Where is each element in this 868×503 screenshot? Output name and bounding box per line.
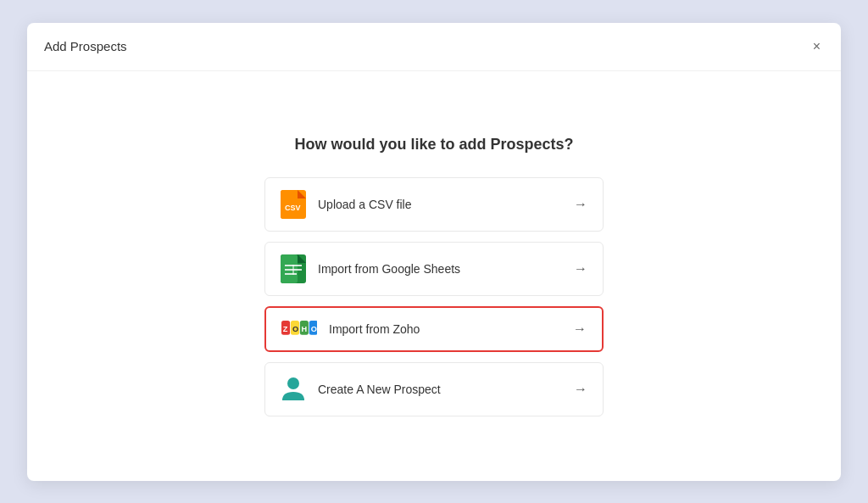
modal-title: Add Prospects bbox=[44, 39, 127, 53]
add-prospects-modal: Add Prospects × How would you like to ad… bbox=[27, 23, 841, 481]
zoho-icon: Z O H O bbox=[281, 320, 317, 338]
option-sheets-label: Import from Google Sheets bbox=[318, 262, 460, 276]
option-zoho-left: Z O H O Import from Zoho bbox=[281, 320, 420, 338]
option-sheets-arrow: → bbox=[574, 261, 587, 277]
option-csv-label: Upload a CSV file bbox=[318, 198, 412, 211]
close-button[interactable]: × bbox=[810, 36, 824, 57]
modal-header: Add Prospects × bbox=[27, 23, 841, 71]
option-new-prospect[interactable]: Create A New Prospect → bbox=[264, 362, 604, 416]
svg-text:CSV: CSV bbox=[285, 204, 301, 212]
svg-point-19 bbox=[287, 377, 299, 389]
svg-rect-10 bbox=[292, 265, 294, 275]
option-zoho-arrow: → bbox=[573, 321, 587, 337]
option-zoho[interactable]: Z O H O Import from Zoho bbox=[264, 306, 604, 352]
option-prospect-label: Create A New Prospect bbox=[318, 383, 441, 396]
modal-heading: How would you like to add Prospects? bbox=[294, 136, 573, 154]
svg-text:Z: Z bbox=[283, 324, 288, 333]
option-csv[interactable]: CSV Upload a CSV file → bbox=[264, 177, 604, 232]
options-list: CSV Upload a CSV file → bbox=[264, 177, 604, 416]
svg-text:O: O bbox=[292, 324, 298, 333]
option-sheets-left: Import from Google Sheets bbox=[281, 254, 460, 283]
option-zoho-label: Import from Zoho bbox=[329, 322, 420, 336]
svg-text:O: O bbox=[311, 324, 317, 333]
csv-icon: CSV bbox=[281, 190, 306, 219]
option-csv-left: CSV Upload a CSV file bbox=[281, 190, 412, 219]
option-csv-arrow: → bbox=[574, 197, 587, 212]
option-prospect-arrow: → bbox=[574, 382, 587, 397]
option-prospect-left: Create A New Prospect bbox=[281, 375, 441, 404]
svg-text:H: H bbox=[302, 324, 308, 333]
sheets-icon bbox=[281, 254, 306, 283]
option-google-sheets[interactable]: Import from Google Sheets → bbox=[264, 242, 604, 296]
svg-rect-9 bbox=[285, 273, 297, 275]
modal-body: How would you like to add Prospects? CSV… bbox=[27, 71, 841, 481]
person-icon bbox=[281, 375, 306, 404]
